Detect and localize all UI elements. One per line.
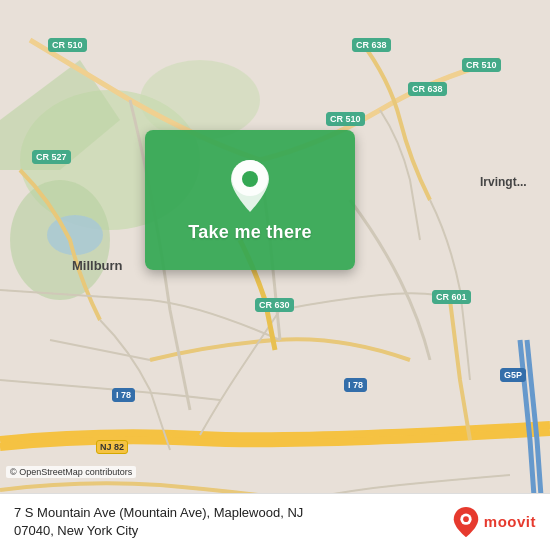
map-attribution: © OpenStreetMap contributors [6,466,136,478]
address-block: 7 S Mountain Ave (Mountain Ave), Maplewo… [14,504,440,540]
road-badge-cr630: CR 630 [255,298,294,312]
moovit-logo: moovit [452,506,536,538]
cta-button-label: Take me there [188,222,312,243]
location-pin-icon [226,158,274,214]
info-bar: 7 S Mountain Ave (Mountain Ave), Maplewo… [0,493,550,550]
map-container: CR 510 CR 527 CR 638 CR 638 CR 510 CR 51… [0,0,550,550]
place-label-millburn: Millburn [72,258,123,273]
svg-point-7 [242,171,258,187]
svg-point-9 [463,516,469,522]
moovit-wordmark: moovit [484,513,536,530]
moovit-pin-icon [452,506,480,538]
road-badge-cr638-1: CR 638 [352,38,391,52]
address-text: 7 S Mountain Ave (Mountain Ave), Maplewo… [14,504,440,540]
svg-point-3 [140,60,260,140]
address-line2: 07040, New York City [14,523,138,538]
road-badge-cr527: CR 527 [32,150,71,164]
road-badge-cr510-1: CR 510 [48,38,87,52]
road-badge-nj82: NJ 82 [96,440,128,454]
road-badge-cr510-3: CR 510 [326,112,365,126]
svg-point-5 [47,215,103,255]
road-badge-i78-1: I 78 [112,388,135,402]
road-badge-cr638-2: CR 638 [408,82,447,96]
place-label-irvington: Irvingt... [480,175,527,189]
road-badge-g5p: G5P [500,368,526,382]
road-badge-i78-2: I 78 [344,378,367,392]
road-badge-cr510-2: CR 510 [462,58,501,72]
address-line1: 7 S Mountain Ave (Mountain Ave), Maplewo… [14,505,303,520]
road-badge-cr601: CR 601 [432,290,471,304]
cta-overlay[interactable]: Take me there [145,130,355,270]
